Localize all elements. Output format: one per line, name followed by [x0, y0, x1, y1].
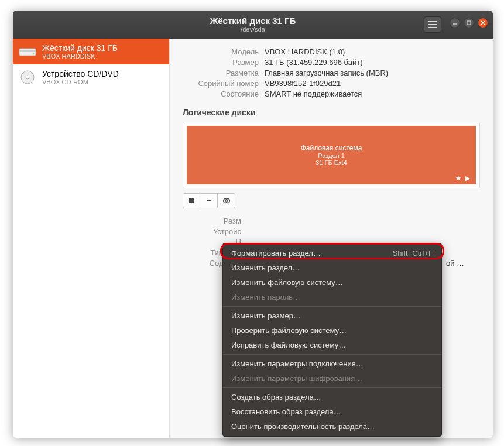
device-sidebar: Жёсткий диск 31 ГБ VBOX HARDDISK Устройс…: [13, 39, 170, 438]
menu-separator: [223, 354, 441, 355]
prop-key: Разметка: [183, 68, 265, 77]
partition-context-menu: Форматировать раздел… Shift+Ctrl+F Измен…: [222, 243, 442, 437]
menu-format-partition[interactable]: Форматировать раздел… Shift+Ctrl+F: [223, 246, 441, 260]
detail-key: Устройс: [183, 227, 247, 236]
volumes-heading: Логические диски: [183, 108, 480, 117]
sidebar-device-hdd[interactable]: Жёсткий диск 31 ГБ VBOX HARDDISK: [13, 39, 169, 64]
prop-row: Размер31 ГБ (31.459.229.696 байт): [183, 58, 480, 67]
minimize-button[interactable]: [450, 18, 460, 28]
window-subtitle: /dev/sda: [210, 26, 296, 33]
app-menu-button[interactable]: [424, 16, 441, 33]
menu-repair-filesystem[interactable]: Исправить файловую систему…: [223, 338, 441, 352]
maximize-button[interactable]: [464, 18, 474, 28]
prop-value: VBOX HARDDISK (1.0): [265, 47, 345, 56]
svg-rect-6: [189, 198, 194, 203]
menu-resize[interactable]: Изменить размер…: [223, 308, 441, 323]
prop-value: VB9398f152-1f029d21: [265, 79, 341, 88]
volume-partition-label: Раздел 1: [318, 152, 345, 159]
menu-check-filesystem[interactable]: Проверить файловую систему…: [223, 323, 441, 338]
volume-fs-label: Файловая система: [301, 144, 362, 152]
prop-key: Серийный номер: [183, 79, 265, 88]
prop-row: СостояниеSMART не поддерживается: [183, 90, 480, 98]
menu-label: Форматировать раздел…: [231, 249, 321, 258]
device-model: VBOX CD-ROM: [42, 78, 119, 85]
menu-separator: [223, 387, 441, 388]
detail-key: Разм: [183, 217, 247, 225]
prop-value: SMART не поддерживается: [265, 90, 362, 98]
hdd-icon: [19, 44, 36, 59]
prop-value: 31 ГБ (31.459.229.696 байт): [265, 58, 362, 67]
device-title: Жёсткий диск 31 ГБ: [42, 43, 118, 53]
volume-toolbar: [183, 193, 480, 208]
menu-restore-image[interactable]: Восстановить образ раздела…: [223, 404, 441, 419]
device-title: Устройство CD/DVD: [42, 69, 119, 78]
menu-benchmark[interactable]: Оценить производительность раздела…: [223, 419, 441, 434]
menu-edit-filesystem[interactable]: Изменить файловую систему…: [223, 275, 441, 290]
volume-box: Файловая система Раздел 1 31 ГБ Ext4 ★ ▶: [183, 122, 480, 188]
window-title: Жёсткий диск 31 ГБ: [210, 16, 296, 26]
menu-create-image[interactable]: Создать образ раздела…: [223, 390, 441, 404]
prop-key: Размер: [183, 58, 265, 67]
prop-key: Модель: [183, 47, 265, 56]
titlebar: Жёсткий диск 31 ГБ /dev/sda: [13, 11, 493, 39]
close-button[interactable]: [478, 18, 488, 28]
content-link[interactable]: ой …: [446, 259, 464, 267]
menu-edit-partition[interactable]: Изменить раздел…: [223, 260, 441, 275]
prop-row: РазметкаГлавная загрузочная запись (MBR): [183, 68, 480, 77]
unmount-button[interactable]: [183, 193, 200, 208]
svg-rect-0: [467, 21, 471, 25]
prop-value: Главная загрузочная запись (MBR): [265, 68, 388, 77]
device-model: VBOX HARDDISK: [42, 53, 118, 60]
svg-rect-2: [19, 50, 36, 52]
volume-indicators: ★ ▶: [455, 174, 471, 182]
menu-accelerator: Shift+Ctrl+F: [393, 249, 433, 258]
cdrom-icon: [19, 70, 36, 85]
delete-partition-button[interactable]: [200, 193, 218, 208]
sidebar-device-cdrom[interactable]: Устройство CD/DVD VBOX CD-ROM: [13, 64, 169, 90]
menu-encryption-options: Изменить параметры шифрования…: [223, 371, 441, 386]
prop-row: МодельVBOX HARDDISK (1.0): [183, 47, 480, 56]
window-controls: [450, 18, 488, 28]
volume-partition[interactable]: Файловая система Раздел 1 31 ГБ Ext4 ★ ▶: [187, 126, 476, 184]
prop-row: Серийный номерVB9398f152-1f029d21: [183, 79, 480, 88]
partition-options-button[interactable]: [218, 193, 235, 208]
menu-change-password: Изменить пароль…: [223, 290, 441, 304]
volume-size-label: 31 ГБ Ext4: [316, 159, 347, 166]
menu-separator: [223, 306, 441, 307]
svg-point-5: [26, 76, 29, 79]
prop-key: Состояние: [183, 90, 265, 98]
menu-mount-options[interactable]: Изменить параметры подключения…: [223, 356, 441, 371]
svg-point-3: [33, 53, 35, 55]
